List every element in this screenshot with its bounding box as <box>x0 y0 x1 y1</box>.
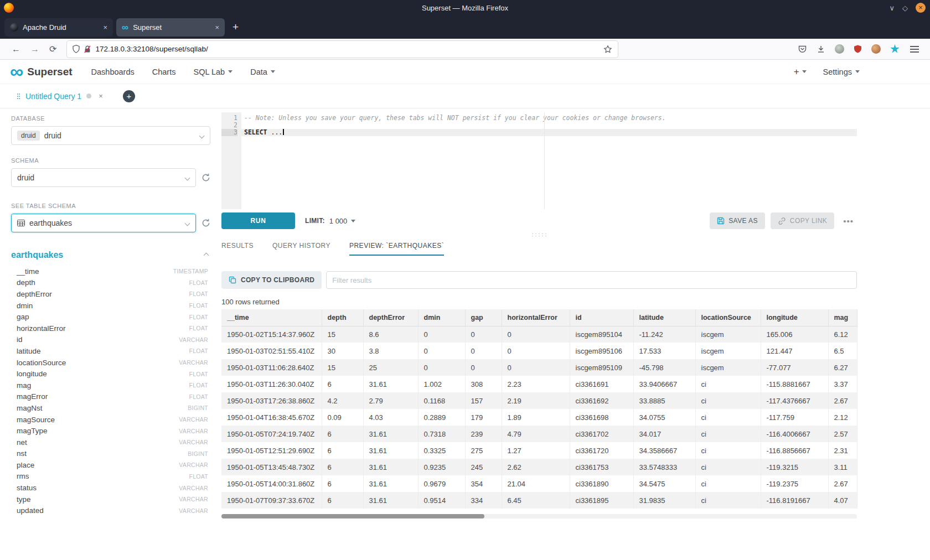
column-name: magNst <box>17 404 43 412</box>
browser-tab-druid[interactable]: Apache Druid × <box>4 18 113 37</box>
copy-link-button[interactable]: COPY LINK <box>771 212 834 229</box>
schema-column-row[interactable]: rmsFLOAT <box>11 471 208 483</box>
new-tab-button[interactable]: + <box>232 21 239 33</box>
refresh-schema-icon[interactable] <box>202 173 210 182</box>
table-cell: 2.12 <box>828 409 857 426</box>
insecure-lock-icon[interactable] <box>84 45 91 53</box>
tab-close-icon[interactable]: × <box>102 23 108 32</box>
add-query-tab-button[interactable]: + <box>123 90 135 102</box>
extension-star-icon[interactable] <box>890 44 900 54</box>
table-cell: 6.45 <box>502 492 570 509</box>
schema-column-row[interactable]: dminFLOAT <box>11 300 208 312</box>
reload-icon[interactable]: ⟳ <box>44 44 61 54</box>
schema-column-row[interactable]: statusVARCHAR <box>11 482 208 494</box>
window-close-button[interactable]: × <box>916 3 926 13</box>
url-text[interactable]: 172.18.0.3:32108/superset/sqllab/ <box>95 45 599 53</box>
save-as-button[interactable]: SAVE AS <box>710 212 765 229</box>
column-header[interactable]: dmin <box>418 309 465 326</box>
horizontal-scrollbar[interactable] <box>221 514 857 518</box>
forward-icon[interactable]: → <box>25 44 44 54</box>
schema-column-row[interactable]: magSourceVARCHAR <box>11 414 208 426</box>
schema-column-row[interactable]: depthErrorFLOAT <box>11 288 208 300</box>
account-avatar-icon[interactable] <box>871 44 881 54</box>
column-header[interactable]: horizontalError <box>502 309 570 326</box>
menu-hamburger-icon[interactable] <box>910 49 919 50</box>
pane-resize-handle-icon[interactable] <box>531 232 547 237</box>
column-header[interactable]: id <box>570 309 633 326</box>
tab-query-history[interactable]: QUERY HISTORY <box>272 242 330 256</box>
table-cell: 30 <box>322 343 363 359</box>
schema-column-row[interactable]: magFLOAT <box>11 380 208 391</box>
query-tab-title[interactable]: Untitled Query 1 <box>25 92 81 101</box>
schema-column-row[interactable]: typeVARCHAR <box>11 494 208 505</box>
schema-column-row[interactable]: gapFLOAT <box>11 311 208 323</box>
schema-column-row[interactable]: latitudeFLOAT <box>11 345 208 357</box>
ublock-shield-icon[interactable] <box>854 45 862 53</box>
table-cell: -117.759 <box>761 409 828 426</box>
schema-column-row[interactable]: __timeTIMESTAMP <box>11 266 208 277</box>
horizontal-scrollbar-thumb[interactable] <box>221 514 484 518</box>
expanded-table-name[interactable]: earthquakes <box>11 250 63 260</box>
nav-item-dashboards[interactable]: Dashboards <box>91 68 135 76</box>
schema-column-row[interactable]: horizontalErrorFLOAT <box>11 323 208 334</box>
copy-to-clipboard-button[interactable]: COPY TO CLIPBOARD <box>221 271 322 289</box>
table-cell: 121.447 <box>761 343 828 359</box>
nav-item-sqllab[interactable]: SQL Lab <box>193 68 232 76</box>
table-cell: 1950-01-05T07:24:19.740Z <box>221 426 322 442</box>
tab-results[interactable]: RESULTS <box>221 242 254 256</box>
sql-code-editor[interactable]: 1 2 3 -- Note: Unless you save your quer… <box>221 112 857 209</box>
editor-active-line: SELECT ... <box>241 129 857 136</box>
back-icon[interactable]: ← <box>7 44 25 54</box>
extension-icon[interactable] <box>835 44 844 54</box>
schema-column-row[interactable]: updatedVARCHAR <box>11 505 208 516</box>
query-tab[interactable]: Untitled Query 1 × <box>11 84 108 108</box>
run-query-button[interactable]: RUN <box>221 212 295 229</box>
table-cell: 2.23 <box>502 376 570 392</box>
column-header[interactable]: mag <box>828 309 857 326</box>
schema-column-row[interactable]: longitudeFLOAT <box>11 368 208 380</box>
tab-preview-earthquakes[interactable]: PREVIEW: `EARTHQUAKES` <box>349 242 444 256</box>
schema-column-row[interactable]: netVARCHAR <box>11 437 208 448</box>
refresh-tables-icon[interactable] <box>202 219 210 227</box>
maximize-icon[interactable]: ◇ <box>902 4 908 12</box>
column-header[interactable]: locationSource <box>695 309 761 326</box>
browser-tab-superset[interactable]: ∞ Superset × <box>116 18 225 37</box>
settings-menu[interactable]: Settings <box>823 68 860 76</box>
expanded-table-header[interactable]: earthquakes <box>11 250 208 260</box>
superset-brand[interactable]: Superset <box>27 66 72 78</box>
downloads-icon[interactable] <box>817 45 825 54</box>
bookmark-star-icon[interactable] <box>603 45 612 54</box>
minimize-icon[interactable]: ∨ <box>889 4 895 12</box>
column-header[interactable]: depth <box>322 309 363 326</box>
column-header[interactable]: longitude <box>761 309 828 326</box>
schema-column-row[interactable]: placeVARCHAR <box>11 459 208 471</box>
limit-dropdown[interactable]: 1 000 <box>329 217 356 225</box>
schema-column-row[interactable]: magErrorFLOAT <box>11 391 208 403</box>
tab-close-icon[interactable]: × <box>214 23 220 32</box>
schema-column-row[interactable]: idVARCHAR <box>11 334 208 346</box>
schema-select[interactable]: druid <box>11 168 196 187</box>
column-header[interactable]: __time <box>221 309 322 326</box>
table-select[interactable]: earthquakes <box>11 214 196 232</box>
pocket-icon[interactable] <box>798 45 807 54</box>
database-select[interactable]: druid druid <box>11 126 210 145</box>
url-field[interactable]: 172.18.0.3:32108/superset/sqllab/ <box>67 41 618 58</box>
add-new-button[interactable]: + <box>794 66 807 77</box>
more-options-button[interactable]: ••• <box>840 216 857 226</box>
schema-column-row[interactable]: depthFLOAT <box>11 277 208 289</box>
collapse-chevron-icon[interactable] <box>204 252 209 258</box>
query-tab-close-icon[interactable]: × <box>99 92 103 100</box>
schema-column-row[interactable]: nstBIGINT <box>11 448 208 460</box>
superset-logo-icon[interactable]: ∞ <box>10 64 23 79</box>
column-header[interactable]: gap <box>465 309 502 326</box>
nav-item-data[interactable]: Data <box>250 68 275 76</box>
schema-column-row[interactable]: magTypeVARCHAR <box>11 425 208 437</box>
drag-handle-icon[interactable] <box>17 93 20 100</box>
column-header[interactable]: depthError <box>363 309 418 326</box>
shield-permissions-icon[interactable] <box>73 45 80 53</box>
nav-item-charts[interactable]: Charts <box>152 68 176 76</box>
schema-column-row[interactable]: locationSourceVARCHAR <box>11 357 208 369</box>
filter-results-input[interactable] <box>326 271 857 289</box>
column-header[interactable]: latitude <box>633 309 695 326</box>
schema-column-row[interactable]: magNstBIGINT <box>11 402 208 414</box>
